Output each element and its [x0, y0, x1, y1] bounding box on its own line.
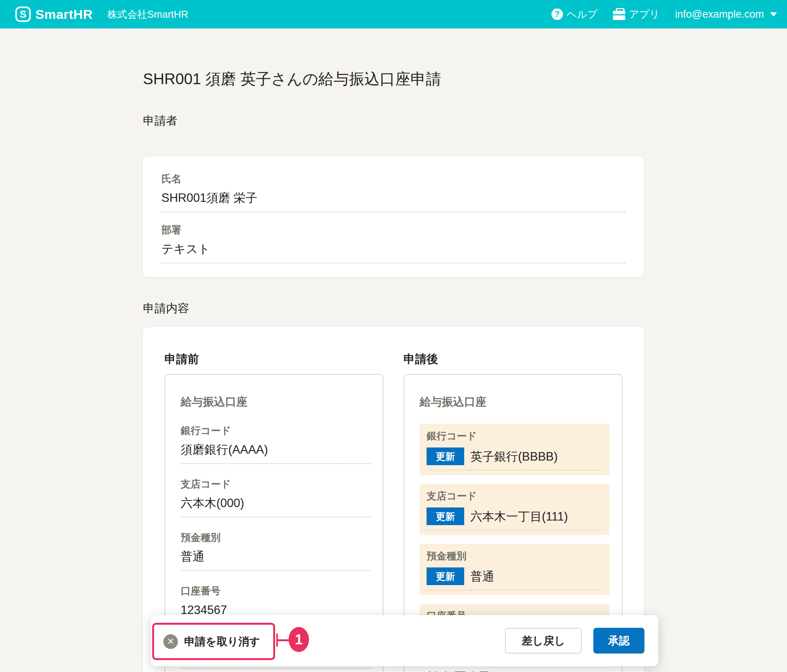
applicant-card: 氏名 SHR001須磨 栄子 部署 テキスト	[143, 156, 644, 277]
help-menu[interactable]: ? ヘルプ	[551, 8, 598, 21]
smarthr-logo-icon: S	[15, 7, 31, 22]
update-badge: 更新	[427, 507, 464, 525]
smarthr-logo-text: SmartHR	[35, 7, 93, 22]
before-bank-code: 銀行コード 須磨銀行(AAAA)	[181, 424, 370, 464]
divider	[181, 570, 370, 571]
account-group-heading: 給与振込口座	[420, 394, 609, 410]
applicant-section-heading: 申請者	[143, 113, 644, 129]
cancel-request-button[interactable]: ✕ 申請を取り消す	[163, 634, 260, 649]
field-value: SHR001須磨 栄子	[161, 190, 626, 206]
request-section-heading: 申請内容	[143, 300, 644, 316]
app-header: S SmartHR 株式会社SmartHR ? ヘルプ アプリ info@exa…	[0, 0, 787, 28]
approve-button[interactable]: 承認	[593, 628, 644, 654]
divider	[181, 463, 370, 464]
applicant-department-field: 部署 テキスト	[161, 223, 626, 263]
after-bank-code: 銀行コード 更新 英子銀行(BBBB)	[420, 424, 609, 475]
before-heading: 申請前	[164, 351, 384, 367]
divider	[427, 530, 603, 531]
field-value: 六本木一丁目(111)	[470, 508, 568, 525]
divider	[427, 590, 603, 590]
annotation-number-badge: 1	[289, 627, 309, 652]
cancel-request-label: 申請を取り消す	[184, 634, 260, 649]
field-label: 部署	[161, 223, 626, 237]
send-back-button[interactable]: 差し戻し	[505, 628, 582, 654]
apps-label: アプリ	[629, 8, 660, 21]
after-branch-code: 支店コード 更新 六本木一丁目(111)	[420, 484, 609, 535]
field-value: 六本木(000)	[181, 495, 370, 511]
company-name: 株式会社SmartHR	[107, 8, 188, 21]
divider	[181, 668, 370, 669]
divider	[161, 211, 626, 212]
field-label: 支店コード	[427, 489, 603, 503]
update-badge: 更新	[427, 567, 464, 585]
field-label: 支店コード	[181, 477, 370, 491]
apps-menu[interactable]: アプリ	[613, 8, 660, 21]
chevron-down-icon	[770, 12, 777, 17]
smarthr-logo[interactable]: S SmartHR	[15, 7, 93, 22]
after-heading: 申請後	[403, 351, 623, 367]
divider	[161, 263, 626, 263]
field-value: 普通	[181, 548, 370, 565]
field-value: テキスト	[161, 241, 626, 257]
annotation-connector-line	[276, 639, 289, 641]
field-label: 銀行コード	[427, 429, 603, 443]
update-badge: 更新	[427, 447, 464, 465]
after-account-type: 預金種別 更新 普通	[420, 544, 609, 595]
field-label: 預金種別	[181, 531, 370, 544]
applicant-name-field: 氏名 SHR001須磨 栄子	[161, 172, 626, 212]
before-branch-code: 支店コード 六本木(000)	[181, 477, 370, 517]
field-value: 英子銀行(BBBB)	[470, 448, 558, 465]
help-icon: ?	[551, 8, 563, 20]
account-email: info@example.com	[675, 8, 764, 20]
approval-action-bar: ✕ 申請を取り消す 1 差し戻し 承認	[151, 615, 658, 666]
main-content: SHR001 須磨 英子さんの給与振込口座申請 申請者 氏名 SHR001須磨 …	[143, 68, 644, 672]
divider	[427, 470, 603, 471]
page-title: SHR001 須磨 英子さんの給与振込口座申請	[143, 68, 644, 90]
field-value: 普通	[470, 568, 494, 585]
field-label: 預金種別	[427, 549, 603, 563]
account-dropdown[interactable]: info@example.com	[675, 8, 777, 20]
briefcase-icon	[613, 11, 625, 20]
field-label: 氏名	[161, 172, 626, 186]
before-account-type: 預金種別 普通	[181, 531, 370, 571]
divider	[181, 517, 370, 517]
account-group-heading: 給与振込口座	[181, 394, 370, 410]
field-label: 口座番号	[181, 584, 370, 598]
annotation-highlight-box: ✕ 申請を取り消す	[152, 623, 275, 660]
field-value: 須磨銀行(AAAA)	[181, 441, 370, 458]
field-label: 銀行コード	[181, 424, 370, 437]
help-label: ヘルプ	[567, 8, 598, 21]
close-icon: ✕	[163, 634, 178, 649]
